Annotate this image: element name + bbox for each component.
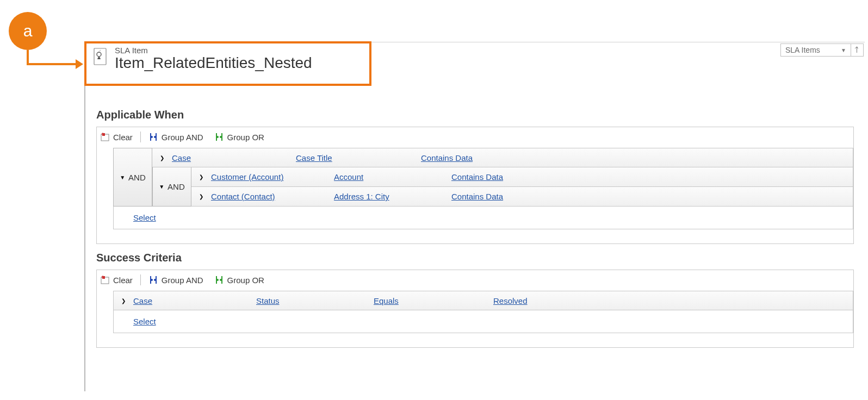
group-or-button[interactable]: Group OR — [214, 275, 264, 285]
group-and-button[interactable]: Group AND — [148, 275, 203, 285]
condition-toolbar: Clear Group AND Group OR — [97, 270, 853, 291]
group-or-icon — [214, 132, 224, 142]
separator — [140, 132, 141, 142]
condition-value-link[interactable]: Resolved — [493, 296, 528, 305]
callout-letter: a — [23, 22, 33, 40]
callout-connector-h — [27, 63, 76, 65]
svg-rect-3 — [102, 133, 105, 136]
expand-toggle[interactable]: ❯ — [160, 155, 166, 161]
clear-label: Clear — [113, 133, 133, 142]
add-condition-row: Select — [113, 310, 853, 333]
chevron-down-icon: ▼ — [159, 184, 164, 190]
condition-row: ❯ Customer (Account) Account Contains Da… — [191, 167, 853, 187]
condition-entity-link[interactable]: Case — [172, 153, 191, 162]
group-or-icon — [214, 275, 224, 285]
clear-button[interactable]: Clear — [100, 275, 133, 285]
svg-rect-9 — [102, 276, 105, 279]
condition-field-link[interactable]: Account — [334, 172, 363, 182]
condition-row: ❯ Contact (Contact) Address 1: City Cont… — [191, 187, 853, 207]
group-and-button[interactable]: Group AND — [148, 132, 203, 142]
select-link[interactable]: Select — [133, 317, 156, 326]
group-or-label: Group OR — [227, 276, 264, 285]
condition-entity-link[interactable]: Customer (Account) — [211, 172, 283, 182]
document-icon — [93, 48, 107, 65]
condition-tree: ▼ AND ❯ Case Case Title — [113, 148, 853, 229]
condition-panel: Clear Group AND Group OR — [96, 127, 854, 244]
group-and-label: Group AND — [162, 276, 203, 285]
separator — [140, 274, 141, 285]
record-header: SLA Item Item_RelatedEntities_Nested SLA… — [85, 42, 865, 87]
svg-point-6 — [216, 136, 219, 138]
nav-up-button[interactable]: 🡑 — [851, 43, 864, 57]
add-condition-row: Select — [113, 207, 853, 229]
expand-toggle[interactable]: ❯ — [199, 174, 206, 180]
group-or-label: Group OR — [227, 133, 264, 142]
expand-toggle[interactable]: ❯ — [199, 193, 206, 199]
svg-point-7 — [220, 136, 222, 138]
view-selector-label: SLA Items — [785, 46, 820, 54]
condition-operator-link[interactable]: Equals — [374, 296, 399, 305]
group-logic-selector[interactable]: ▼ AND — [152, 167, 191, 207]
svg-point-10 — [151, 279, 153, 281]
svg-point-4 — [151, 136, 153, 138]
callout-badge: a — [9, 12, 47, 50]
condition-operator-link[interactable]: Contains Data — [451, 172, 503, 182]
arrow-up-icon: 🡑 — [853, 46, 861, 54]
condition-row: ❯ Case Case Title Contains Data — [152, 148, 853, 167]
record-title: Item_RelatedEntities_Nested — [115, 54, 312, 72]
svg-point-12 — [216, 279, 219, 281]
clear-icon — [100, 275, 110, 285]
condition-field-link[interactable]: Case Title — [296, 153, 332, 162]
expand-toggle[interactable]: ❯ — [121, 298, 128, 304]
chevron-down-icon: ▼ — [841, 47, 846, 53]
condition-panel: Clear Group AND Group OR — [96, 270, 854, 348]
svg-point-5 — [154, 136, 156, 138]
section-success-criteria: Success Criteria Clear Group AND — [96, 244, 854, 348]
condition-field-link[interactable]: Address 1: City — [334, 192, 389, 201]
group-or-button[interactable]: Group OR — [214, 132, 264, 142]
select-link[interactable]: Select — [133, 213, 156, 222]
condition-tree: ❯ Case Status Equals Resolved — [113, 291, 853, 333]
svg-point-11 — [154, 279, 156, 281]
form-area: SLA Item Item_RelatedEntities_Nested SLA… — [84, 42, 865, 391]
group-logic-label: AND — [128, 173, 146, 182]
condition-toolbar: Clear Group AND Group OR — [97, 127, 853, 148]
view-selector[interactable]: SLA Items ▼ — [780, 43, 851, 57]
chevron-down-icon: ▼ — [120, 174, 125, 180]
condition-entity-link[interactable]: Case — [133, 296, 152, 305]
group-logic-label: AND — [168, 182, 185, 191]
svg-point-13 — [220, 279, 222, 281]
clear-button[interactable]: Clear — [100, 132, 133, 142]
section-title: Success Criteria — [96, 252, 854, 264]
group-logic-selector[interactable]: ▼ AND — [113, 148, 152, 207]
clear-icon — [100, 132, 110, 142]
condition-operator-link[interactable]: Contains Data — [451, 192, 503, 201]
condition-field-link[interactable]: Status — [256, 296, 280, 305]
callout-arrowhead — [76, 59, 83, 69]
section-applicable-when: Applicable When Clear Group AND — [96, 87, 854, 244]
record-title-block: SLA Item Item_RelatedEntities_Nested — [85, 46, 312, 72]
clear-label: Clear — [113, 276, 133, 285]
condition-entity-link[interactable]: Contact (Contact) — [211, 192, 275, 201]
condition-row: ❯ Case Status Equals Resolved — [113, 291, 853, 310]
group-and-label: Group AND — [162, 133, 203, 142]
section-title: Applicable When — [96, 109, 854, 121]
group-and-icon — [148, 132, 158, 142]
group-and-icon — [148, 275, 158, 285]
condition-operator-link[interactable]: Contains Data — [421, 153, 473, 162]
